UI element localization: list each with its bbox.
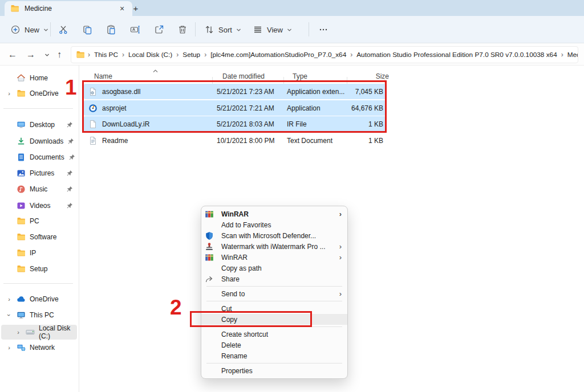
view-label: View bbox=[267, 26, 283, 34]
menu-item-share[interactable]: Share bbox=[201, 273, 347, 284]
menu-item-scan-with-defender[interactable]: Scan with Microsoft Defender... bbox=[201, 230, 347, 241]
menu-separator bbox=[206, 301, 342, 301]
file-date: 5/21/2021 8:03 AM bbox=[217, 120, 287, 128]
menu-item-properties[interactable]: Properties bbox=[201, 365, 347, 376]
view-button[interactable]: View bbox=[249, 21, 295, 38]
sidebar-separator bbox=[3, 283, 73, 284]
column-header-date-modified[interactable]: Date modified bbox=[222, 72, 293, 80]
tab-close-icon[interactable]: × bbox=[117, 4, 127, 13]
paste-button[interactable] bbox=[103, 21, 120, 38]
rename-icon bbox=[130, 24, 140, 35]
forward-button[interactable]: → bbox=[24, 48, 38, 62]
breadcrumb[interactable]: › This PC › Local Disk (C:) › Setup › [p… bbox=[71, 46, 578, 63]
menu-item-copy[interactable]: Copy bbox=[201, 314, 347, 325]
menu-item-create-shortcut[interactable]: Create shortcut bbox=[201, 329, 347, 340]
breadcrumb-separator: › bbox=[347, 51, 355, 59]
desktop-icon bbox=[17, 120, 26, 129]
menu-item-send-to[interactable]: Send to › bbox=[201, 288, 347, 299]
pin-icon bbox=[67, 138, 74, 145]
sort-icon bbox=[204, 24, 214, 35]
annotation-step-2: 2 bbox=[170, 297, 182, 318]
sidebar-item-ip[interactable]: IP bbox=[1, 246, 77, 260]
breadcrumb-segment[interactable]: Automation Studio Professional Edition P… bbox=[355, 51, 558, 59]
menu-item-winrar-2[interactable]: WinRAR › bbox=[201, 252, 347, 263]
folder-icon bbox=[17, 89, 26, 98]
share-button[interactable] bbox=[151, 21, 168, 38]
menu-item-delete[interactable]: Delete bbox=[201, 340, 347, 350]
sidebar-item-local-disk-c[interactable]: › Local Disk (C:) bbox=[1, 325, 77, 340]
table-row[interactable]: asprojet 5/21/2021 7:21 AM Application 6… bbox=[84, 100, 386, 116]
defender-shield-icon bbox=[205, 231, 214, 240]
sidebar-item-downloads[interactable]: Downloads bbox=[1, 134, 77, 149]
table-row[interactable]: DownLoadLy.iR 5/21/2021 8:03 AM IR File … bbox=[84, 116, 386, 132]
file-explorer-window: Medicine × + New bbox=[0, 0, 584, 392]
file-date: 5/21/2021 7:23 AM bbox=[217, 88, 287, 96]
column-header-name[interactable]: Name bbox=[84, 72, 222, 80]
column-headers: Name Date modified Type Size bbox=[84, 70, 386, 83]
chevron-right-icon[interactable]: › bbox=[6, 296, 13, 303]
menu-item-cut[interactable]: Cut bbox=[201, 303, 347, 314]
see-more-button[interactable] bbox=[315, 21, 332, 38]
sort-button[interactable]: Sort bbox=[201, 21, 245, 38]
paste-icon bbox=[106, 24, 116, 35]
menu-item-winrar[interactable]: WinRAR › bbox=[201, 209, 347, 219]
sidebar-item-pictures[interactable]: Pictures bbox=[1, 166, 77, 181]
sidebar-item-documents[interactable]: Documents bbox=[1, 150, 77, 165]
local-disk-icon bbox=[26, 328, 35, 337]
submenu-arrow-icon: › bbox=[339, 289, 342, 298]
copy-button[interactable] bbox=[79, 21, 96, 38]
pin-icon bbox=[66, 170, 73, 177]
sidebar-item-setup[interactable]: Setup bbox=[1, 262, 77, 276]
breadcrumb-segment[interactable]: [plc4me.com]AutomationStudioPro_P7.0_x64 bbox=[209, 51, 347, 59]
column-header-type[interactable]: Type bbox=[293, 72, 352, 80]
ellipsis-icon bbox=[318, 24, 328, 35]
menu-item-watermark[interactable]: Watermark with iWatermark Pro ... › bbox=[201, 241, 347, 252]
tab-title: Medicine bbox=[25, 5, 52, 13]
sidebar-item-label: This PC bbox=[30, 311, 54, 319]
menu-item-rename[interactable]: Rename bbox=[201, 350, 347, 361]
sidebar-item-software[interactable]: Software bbox=[1, 230, 77, 244]
file-name: asprojet bbox=[102, 104, 127, 112]
rename-button[interactable] bbox=[127, 21, 144, 38]
breadcrumb-segment[interactable]: Medicine bbox=[566, 51, 578, 59]
new-tab-button[interactable]: + bbox=[129, 2, 143, 14]
table-row[interactable]: Readme 10/1/2021 8:00 PM Text Document 1… bbox=[84, 133, 386, 148]
chevron-right-icon[interactable]: › bbox=[6, 90, 13, 97]
sidebar-item-pc[interactable]: PC bbox=[1, 214, 77, 228]
menu-item-copy-as-path[interactable]: Copy as path bbox=[201, 263, 347, 273]
file-type: Application exten... bbox=[287, 88, 347, 96]
sidebar-item-desktop[interactable]: Desktop bbox=[1, 117, 77, 132]
menu-item-add-to-favorites[interactable]: Add to Favorites bbox=[201, 219, 347, 230]
chevron-expanded-icon[interactable]: › bbox=[6, 312, 13, 318]
tab-medicine[interactable]: Medicine × bbox=[5, 1, 132, 16]
sidebar-item-this-pc[interactable]: › This PC bbox=[1, 308, 77, 322]
annotation-step-1: 1 bbox=[65, 77, 77, 98]
share-icon bbox=[154, 24, 164, 35]
new-label: New bbox=[25, 26, 39, 34]
folder-icon bbox=[17, 232, 26, 242]
up-button[interactable]: ↑ bbox=[52, 48, 66, 62]
sidebar-item-onedrive[interactable]: › OneDrive bbox=[1, 292, 77, 307]
winrar-icon bbox=[205, 210, 214, 219]
view-list-icon bbox=[253, 24, 263, 35]
music-icon bbox=[17, 185, 26, 194]
delete-button[interactable] bbox=[174, 21, 191, 38]
sidebar-item-network[interactable]: › Network bbox=[1, 340, 77, 355]
cut-button[interactable] bbox=[55, 21, 72, 38]
sidebar-item-music[interactable]: Music bbox=[1, 182, 77, 197]
sidebar-item-videos[interactable]: Videos bbox=[1, 198, 77, 213]
breadcrumb-segment[interactable]: Setup bbox=[181, 51, 201, 59]
recent-locations-button[interactable] bbox=[40, 48, 54, 62]
table-row[interactable]: asogbase.dll 5/21/2021 7:23 AM Applicati… bbox=[84, 84, 386, 99]
breadcrumb-segment[interactable]: Local Disk (C:) bbox=[127, 51, 173, 59]
chevron-right-icon[interactable]: › bbox=[6, 344, 13, 351]
folder-icon bbox=[17, 264, 26, 273]
chevron-right-icon[interactable]: › bbox=[15, 329, 22, 336]
back-button[interactable]: ← bbox=[6, 48, 19, 62]
folder-icon bbox=[17, 248, 26, 258]
blank-file-icon bbox=[88, 120, 98, 129]
pin-icon bbox=[66, 202, 73, 209]
new-button[interactable]: New bbox=[7, 21, 52, 38]
breadcrumb-segment[interactable]: This PC bbox=[93, 51, 119, 59]
pictures-icon bbox=[17, 169, 26, 178]
